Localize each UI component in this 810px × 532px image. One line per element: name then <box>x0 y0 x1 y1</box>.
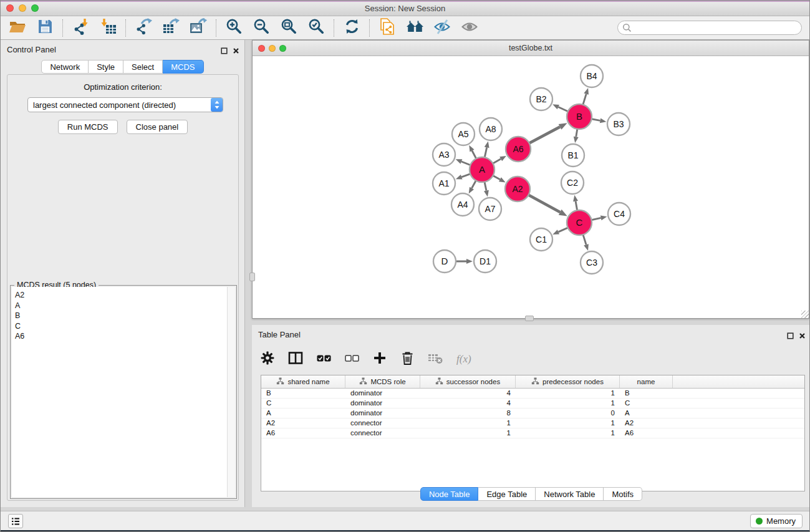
tab-mcds[interactable]: MCDS <box>163 60 203 74</box>
close-table-panel-icon[interactable] <box>799 331 806 342</box>
export-network-button[interactable] <box>134 19 153 37</box>
create-new-column-button[interactable] <box>373 351 387 367</box>
float-panel-icon[interactable] <box>221 46 228 57</box>
left-resize-grip[interactable] <box>249 273 255 281</box>
graph-node-A[interactable]: A <box>470 157 494 182</box>
table-cell: dominator <box>345 389 420 398</box>
table-toolbar: f(x) <box>261 347 471 371</box>
zoom-fit-content-button[interactable] <box>279 19 298 37</box>
table-cell: dominator <box>345 409 420 418</box>
close-panel-button[interactable]: Close panel <box>127 120 188 134</box>
table-options-button[interactable] <box>261 351 274 367</box>
home-view-button[interactable] <box>405 19 424 37</box>
zoom-out-button[interactable] <box>252 19 271 37</box>
float-table-panel-icon[interactable] <box>787 331 794 342</box>
import-network-from-file-button[interactable] <box>71 19 90 37</box>
graph-node-C[interactable]: C <box>567 210 592 235</box>
deselect-all-columns-button[interactable] <box>345 351 359 367</box>
network-window-titlebar[interactable]: testGlobe.txt <box>253 41 809 56</box>
optimization-criterion-dropdown[interactable]: largest connected component (directed) <box>27 97 223 112</box>
import-table-from-file-button[interactable] <box>99 19 117 37</box>
graph-node-A1[interactable]: A1 <box>433 172 455 195</box>
mcds-result-item[interactable]: A <box>12 301 227 311</box>
tab-style[interactable]: Style <box>89 60 123 74</box>
save-session-button[interactable] <box>36 19 54 37</box>
tab-node-table[interactable]: Node Table <box>420 487 479 501</box>
corner-resize-handle[interactable] <box>801 311 809 318</box>
column-header-predecessor-nodes[interactable]: predecessor nodes <box>516 375 620 388</box>
zoom-in-button[interactable] <box>224 19 243 37</box>
zoom-selected-region-button[interactable] <box>307 19 325 37</box>
import-network-icon <box>72 18 89 37</box>
graph-node-B[interactable]: B <box>567 104 592 129</box>
tab-network[interactable]: Network <box>41 60 89 74</box>
table-row[interactable]: A2connector11A2 <box>261 418 804 428</box>
mcds-result-scrollbar[interactable] <box>227 287 235 497</box>
mcds-result-item[interactable]: B <box>12 311 227 321</box>
network-canvas[interactable]: B4B2BB3A8A5A6B1A3AC2A1A2A4A7CC4C1C3DD1 <box>253 56 809 318</box>
task-history-button[interactable] <box>8 514 23 528</box>
graph-node-A6[interactable]: A6 <box>506 137 531 162</box>
graph-node-C2[interactable]: C2 <box>561 172 584 194</box>
show-all-button[interactable] <box>460 19 479 37</box>
tab-edge-table[interactable]: Edge Table <box>478 487 536 501</box>
titlebar-accent-line <box>1 1 809 2</box>
edge-arrowhead <box>466 259 473 264</box>
table-cell: connector <box>345 428 420 438</box>
apply-preferred-layout-button[interactable] <box>342 19 361 37</box>
delete-columns-button[interactable] <box>400 351 414 367</box>
export-table-button[interactable] <box>162 19 180 37</box>
show-columns-button[interactable] <box>288 351 303 367</box>
edge-arrowhead <box>600 216 607 221</box>
zoom-selected-icon <box>308 18 325 37</box>
graph-node-C3[interactable]: C3 <box>581 251 603 274</box>
column-header-MCDS-role[interactable]: MCDS role <box>345 375 420 388</box>
graph-node-A8[interactable]: A8 <box>480 118 502 140</box>
homes-icon <box>406 19 424 37</box>
graph-node-A3[interactable]: A3 <box>433 143 455 166</box>
graph-node-A2[interactable]: A2 <box>505 177 530 201</box>
open-session-button[interactable] <box>8 19 27 37</box>
graph-node-A4[interactable]: A4 <box>451 193 474 216</box>
tab-select[interactable]: Select <box>123 60 163 74</box>
column-header-shared-name[interactable]: shared name <box>261 375 345 388</box>
table-cell: dominator <box>345 399 420 408</box>
export-image-button[interactable] <box>189 19 208 37</box>
graph-node-A7[interactable]: A7 <box>479 198 501 220</box>
table-row[interactable]: A6connector11A6 <box>261 428 804 438</box>
graph-node-B4[interactable]: B4 <box>581 65 603 87</box>
graph-node-C4[interactable]: C4 <box>608 203 630 225</box>
new-network-from-file-button[interactable] <box>378 19 397 37</box>
column-header-name[interactable]: name <box>620 375 673 388</box>
select-all-columns-button[interactable] <box>317 351 331 367</box>
table-cell: 1 <box>420 418 516 428</box>
table-row[interactable]: Cdominator41C <box>261 399 804 409</box>
export-table-icon <box>163 18 180 37</box>
memory-button[interactable]: Memory <box>750 514 803 528</box>
table-cell: A <box>620 409 673 418</box>
graph-node-C1[interactable]: C1 <box>530 228 552 251</box>
node-label: A2 <box>512 184 523 194</box>
column-header-successor-nodes[interactable]: successor nodes <box>420 375 516 388</box>
graph-node-D1[interactable]: D1 <box>474 250 496 273</box>
search-icon <box>622 23 632 35</box>
tab-network-table[interactable]: Network Table <box>536 487 604 501</box>
graph-node-B3[interactable]: B3 <box>607 113 630 135</box>
graph-node-D[interactable]: D <box>433 250 456 273</box>
node-label: D1 <box>480 256 491 266</box>
hide-selected-button[interactable] <box>433 19 451 37</box>
bottom-resize-grip[interactable] <box>525 316 534 321</box>
tab-motifs[interactable]: Motifs <box>604 487 642 501</box>
run-mcds-button[interactable]: Run MCDS <box>58 120 118 134</box>
mcds-result-item[interactable]: C <box>12 321 227 332</box>
table-row[interactable]: Adominator80A <box>261 409 804 418</box>
graph-node-A5[interactable]: A5 <box>452 123 475 145</box>
mcds-result-item[interactable]: A2 <box>12 290 227 301</box>
table-cell: A6 <box>261 428 345 438</box>
table-row[interactable]: Bdominator41B <box>261 389 804 399</box>
mcds-result-item[interactable]: A6 <box>12 331 227 342</box>
graph-node-B2[interactable]: B2 <box>530 88 552 110</box>
close-panel-icon[interactable] <box>233 46 239 57</box>
graph-node-B1[interactable]: B1 <box>562 144 584 167</box>
search-input[interactable] <box>617 21 802 35</box>
